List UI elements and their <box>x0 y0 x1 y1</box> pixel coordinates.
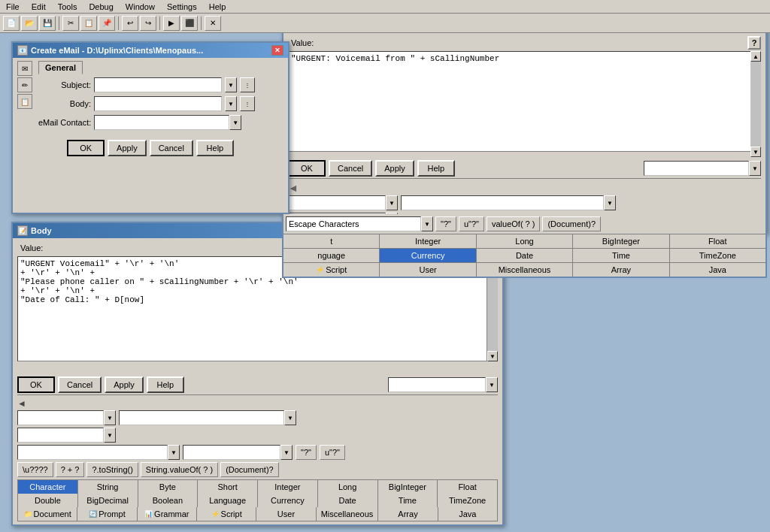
undo-btn[interactable]: ↩ <box>122 16 138 31</box>
body-u-quote-btn[interactable]: u"?" <box>320 445 345 460</box>
type-string[interactable]: String <box>78 480 138 494</box>
menu-window[interactable]: Window <box>123 2 158 11</box>
copy-btn[interactable]: 📋 <box>80 16 97 31</box>
subject-ok-btn[interactable]: OK <box>288 160 326 177</box>
type-date[interactable]: Date <box>318 494 378 507</box>
stype-misc[interactable]: Miscellaneous <box>477 263 573 277</box>
type-script[interactable]: ⚡ Script <box>197 507 256 521</box>
close-toolbar-btn[interactable]: ✕ <box>205 16 221 31</box>
type-short[interactable]: Short <box>198 480 258 494</box>
body-escape-characters[interactable]: Escape Characters <box>183 445 280 460</box>
stype-timezone[interactable]: TimeZone <box>670 249 765 262</box>
body-scroll-down[interactable]: ▼ <box>487 351 498 361</box>
type-misc[interactable]: Miscellaneous <box>317 507 379 521</box>
body-quote-btn[interactable]: "?" <box>296 445 317 460</box>
type-character[interactable]: Character <box>18 480 78 494</box>
redo-btn[interactable]: ↪ <box>140 16 156 31</box>
email-contact-arrow[interactable]: ▼ <box>229 115 241 130</box>
stype-integer[interactable]: Integer <box>380 234 476 248</box>
stype-user[interactable]: User <box>380 263 476 277</box>
subject-string-variables-arrow[interactable]: ▼ <box>386 195 398 210</box>
stype-java[interactable]: Java <box>670 263 765 277</box>
type-float[interactable]: Float <box>438 480 497 494</box>
type-user[interactable]: User <box>256 507 316 521</box>
stype-float[interactable]: Float <box>670 234 765 248</box>
stype-script[interactable]: ⚡ Script <box>283 263 380 277</box>
type-double[interactable]: Double <box>18 494 78 507</box>
body-escape-characters-arrow[interactable]: ▼ <box>280 445 293 460</box>
stop-btn[interactable]: ⬛ <box>181 16 198 31</box>
menu-debug[interactable]: Debug <box>86 2 116 11</box>
body-plus-btn[interactable]: ? + ? <box>56 462 85 477</box>
body-field-input[interactable]: + "Date of Call: " + D[now] <box>94 96 222 111</box>
body-all-variables-arrow[interactable]: ▼ <box>486 377 498 392</box>
body-string-attributes-arrow[interactable]: ▼ <box>168 445 180 460</box>
new-btn[interactable]: 📄 <box>3 16 20 31</box>
subject-value-input[interactable]: "URGENT: Voicemail from " + sCallingNumb… <box>288 51 761 152</box>
subject-document-btn[interactable]: (Document)? <box>542 216 601 231</box>
stype-array[interactable]: Array <box>573 263 669 277</box>
body-help-btn[interactable]: Help <box>147 376 184 393</box>
body-string-attributes[interactable]: String Attributes <box>17 445 168 460</box>
run-btn[interactable]: ▶ <box>163 16 180 31</box>
type-array[interactable]: Array <box>378 507 438 521</box>
type-timezone[interactable]: TimeZone <box>438 494 497 507</box>
subject-scroll-up[interactable]: ▲ <box>750 51 761 62</box>
email-help-btn[interactable]: Help <box>196 140 234 156</box>
body-valueof-btn[interactable]: String.valueOf( ? ) <box>141 462 218 477</box>
menu-help[interactable]: Help <box>206 2 229 11</box>
stype-currency[interactable]: Currency <box>380 249 476 262</box>
body-string-variables[interactable]: String Variables <box>17 410 104 425</box>
menu-tools[interactable]: Tools <box>55 2 80 11</box>
subject-string-constructors[interactable]: String Constructors <box>401 195 604 210</box>
subject-help-btn[interactable]: Help <box>417 160 455 177</box>
body-string-variables-arrow[interactable]: ▼ <box>104 410 116 425</box>
menu-edit[interactable]: Edit <box>29 2 49 11</box>
subject-cancel-btn[interactable]: Cancel <box>329 160 372 177</box>
body-string-methods[interactable]: String Methods <box>17 428 104 443</box>
type-prompt[interactable]: 🔄 Prompt <box>77 507 137 521</box>
type-grammar[interactable]: 📊 Grammar <box>138 507 197 521</box>
subject-valueof-btn[interactable]: valueOf( ? ) <box>487 216 540 231</box>
subject-quote-btn[interactable]: "?" <box>435 216 456 231</box>
open-btn[interactable]: 📂 <box>21 16 38 31</box>
type-long[interactable]: Long <box>318 480 378 494</box>
subject-field-arrow[interactable]: ▼ <box>225 77 237 92</box>
body-apply-btn[interactable]: Apply <box>105 376 144 393</box>
cut-btn[interactable]: ✂ <box>62 16 79 31</box>
email-apply-btn[interactable]: Apply <box>108 140 147 156</box>
subject-field-input[interactable]: il from " + sCallingNumber <box>94 77 222 92</box>
subject-string-variables[interactable]: String Variables <box>288 195 386 210</box>
email-contact-input[interactable]: EmailContact <box>94 115 229 130</box>
body-tostring-btn[interactable]: ?.toString() <box>86 462 138 477</box>
subject-scroll-down[interactable]: ▼ <box>750 147 761 157</box>
type-document[interactable]: 📁 Document <box>18 507 77 521</box>
save-btn[interactable]: 💾 <box>39 16 56 31</box>
body-string-constructors[interactable]: String Constructors <box>119 410 284 425</box>
body-field-scroll[interactable]: ⋮ <box>240 96 255 111</box>
email-close-btn[interactable]: ✕ <box>271 45 283 56</box>
body-field-arrow[interactable]: ▼ <box>225 96 237 111</box>
paste-btn[interactable]: 📌 <box>99 16 115 31</box>
type-currency[interactable]: Currency <box>258 494 318 507</box>
general-tab[interactable]: General <box>38 61 83 74</box>
type-integer[interactable]: Integer <box>258 480 318 494</box>
body-ok-btn[interactable]: OK <box>17 376 55 393</box>
body-unicode-btn[interactable]: \u???? <box>17 462 53 477</box>
body-all-variables-input[interactable]: All Variables <box>388 377 486 392</box>
stype-nguage[interactable]: nguage <box>283 249 380 262</box>
subject-all-variables-arrow[interactable]: ▼ <box>749 161 761 176</box>
subject-help-circle[interactable]: ? <box>747 36 761 50</box>
subject-all-variables-input[interactable]: All Variables <box>644 161 749 176</box>
type-java[interactable]: Java <box>438 507 497 521</box>
subject-field-scroll[interactable]: ⋮ <box>240 77 255 92</box>
email-ok-btn[interactable]: OK <box>67 140 105 156</box>
body-string-constructors-arrow[interactable]: ▼ <box>284 410 296 425</box>
type-biginteger[interactable]: BigInteger <box>378 480 438 494</box>
body-cancel-btn[interactable]: Cancel <box>58 376 102 393</box>
subject-string-constructors-arrow[interactable]: ▼ <box>604 195 616 210</box>
type-language[interactable]: Language <box>198 494 258 507</box>
stype-biginteger[interactable]: BigInteger <box>573 234 669 248</box>
type-boolean[interactable]: Boolean <box>138 494 199 507</box>
type-time[interactable]: Time <box>378 494 438 507</box>
